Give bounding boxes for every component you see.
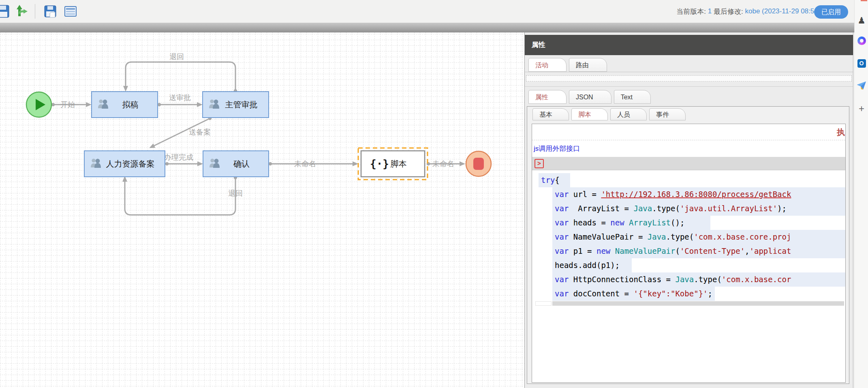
- node-approve[interactable]: 主管审批: [203, 92, 269, 118]
- floppy-clipped-icon: [0, 4, 10, 19]
- ring-inner: [860, 39, 864, 43]
- node-script[interactable]: {·}脚本: [358, 148, 428, 180]
- code-line-4[interactable]: var heads = new ArrayList();: [534, 216, 845, 230]
- tab-group-property-json-text: 属性JSONText: [528, 90, 651, 104]
- properties-panel: 属性 活动路由 属性JSONText 基本脚本人员事件 执 js调用外部接口 >…: [524, 32, 853, 388]
- node-label: 人力资源备案: [106, 159, 155, 168]
- ring-outer: [857, 36, 866, 45]
- tab-路由[interactable]: 路由: [569, 58, 607, 72]
- tab-JSON[interactable]: JSON: [569, 90, 611, 104]
- edge-label-e-done: 办理完成: [164, 153, 193, 161]
- tab-属性[interactable]: 属性: [528, 90, 567, 104]
- floppy-file-icon: [43, 4, 57, 19]
- edge-label-e-unnamed2: 未命名: [432, 160, 454, 168]
- run-script-icon[interactable]: >: [534, 159, 544, 168]
- node-draft[interactable]: 拟稿: [92, 92, 158, 118]
- script-tab-content: 执 js调用外部接口 > try{var url = 'http://192.1…: [532, 124, 846, 383]
- version-info: 当前版本: 1 最后修改: kobe (2023-11-29 08:50:12): [676, 0, 830, 23]
- panel-title: 属性: [525, 35, 853, 55]
- node-start[interactable]: [26, 92, 51, 117]
- send-plane-icon[interactable]: [855, 81, 868, 92]
- edge-label-e-file: 送备案: [189, 128, 211, 136]
- node-end[interactable]: [466, 151, 491, 176]
- code-line-9[interactable]: var docContent = '{"key":"Kobe"}';: [534, 287, 845, 301]
- execute-script-label[interactable]: 执: [532, 124, 845, 140]
- edge-label-e-approve: 送审批: [169, 94, 191, 102]
- empty-dashed-field: [526, 75, 852, 81]
- edge-label-e-back2: 退回: [228, 189, 243, 197]
- activity-detail-container: 基本脚本人员事件 执 js调用外部接口 > try{var url = 'htt…: [527, 106, 849, 384]
- horizontal-scrollbar[interactable]: [552, 301, 844, 306]
- node-label: 拟稿: [122, 100, 139, 109]
- node-confirm[interactable]: 确认: [203, 151, 269, 177]
- tab-group-basic-script: 基本脚本人员事件: [532, 108, 686, 120]
- code-line-7[interactable]: heads.add(p1);: [534, 258, 845, 272]
- paper-plane: [857, 81, 866, 90]
- chess-pawn-icon[interactable]: ♟: [855, 15, 868, 26]
- toolbar: 当前版本: 1 最后修改: kobe (2023-11-29 08:50:12)…: [0, 0, 854, 23]
- list-form-icon: [64, 4, 77, 19]
- code-line-3[interactable]: var ArrayList = Java.type('java.util.Arr…: [534, 202, 845, 216]
- node-label: 确认: [233, 159, 250, 168]
- notification-sliver: [861, 0, 867, 1]
- code-line-5[interactable]: var NameValuePair = Java.type('com.x.bas…: [534, 230, 845, 244]
- script-editor-toolbar: >: [532, 157, 845, 170]
- script-braces-icon: {·}: [370, 158, 389, 170]
- divider: [525, 86, 853, 87]
- form-view-icon[interactable]: [63, 4, 78, 19]
- outlook-icon[interactable]: O: [855, 59, 868, 68]
- code-line-8[interactable]: var HttpConnectionClass = Java.type('com…: [534, 272, 845, 287]
- edge-label-e-start: 开始: [60, 101, 75, 109]
- node-label: 主管审批: [225, 100, 258, 109]
- tab-脚本[interactable]: 脚本: [571, 108, 608, 120]
- save-icon[interactable]: [0, 4, 11, 19]
- enabled-status-button[interactable]: 已启用: [814, 5, 848, 19]
- add-icon[interactable]: +: [855, 105, 868, 113]
- version-value: 1: [708, 7, 712, 15]
- code-line-1[interactable]: try{: [534, 173, 845, 187]
- grid-background: [0, 32, 524, 388]
- tab-活动[interactable]: 活动: [528, 58, 567, 72]
- workflow-designer-window: 当前版本: 1 最后修改: kobe (2023-11-29 08:50:12)…: [0, 0, 868, 388]
- node-hr[interactable]: 人力资源备案: [84, 151, 165, 177]
- edge-label-e-unnamed1: 未命名: [294, 160, 316, 168]
- script-code-editor[interactable]: try{var url = 'http://192.168.3.86:8080/…: [534, 170, 845, 307]
- modified-label: 最后修改:: [714, 7, 743, 16]
- code-line-2[interactable]: var url = 'http://192.168.3.86:8080/proc…: [534, 187, 845, 202]
- flow-canvas[interactable]: 开始送审批退回送备案办理完成退回未命名未命名拟稿主管审批人力资源备案确认{·}脚…: [0, 32, 524, 388]
- js-external-api-link[interactable]: js调用外部接口: [532, 140, 845, 157]
- divider: [525, 72, 853, 72]
- code-line-6[interactable]: var p1 = new NameValuePair('Content-Type…: [534, 244, 845, 258]
- green-branch-icon: [15, 4, 28, 19]
- browser-sidebar: ♟ O +: [854, 0, 868, 388]
- outlook-logo: O: [857, 59, 866, 68]
- toolbar-separator: [35, 4, 35, 19]
- toolbar-divider-band: [0, 23, 854, 32]
- tab-group-activity-route: 活动路由: [528, 58, 607, 72]
- save-as-icon[interactable]: [43, 4, 58, 19]
- tab-基本[interactable]: 基本: [532, 108, 569, 120]
- version-label: 当前版本:: [676, 7, 706, 16]
- branch-flow-icon[interactable]: [14, 4, 29, 19]
- office-ring-icon[interactable]: [855, 36, 868, 45]
- tab-事件[interactable]: 事件: [649, 108, 686, 120]
- node-label: 脚本: [391, 159, 407, 168]
- scrollbar-corner: [535, 301, 552, 306]
- tab-人员[interactable]: 人员: [610, 108, 647, 120]
- edge-label-e-back1: 退回: [169, 53, 184, 61]
- tab-Text[interactable]: Text: [614, 90, 651, 104]
